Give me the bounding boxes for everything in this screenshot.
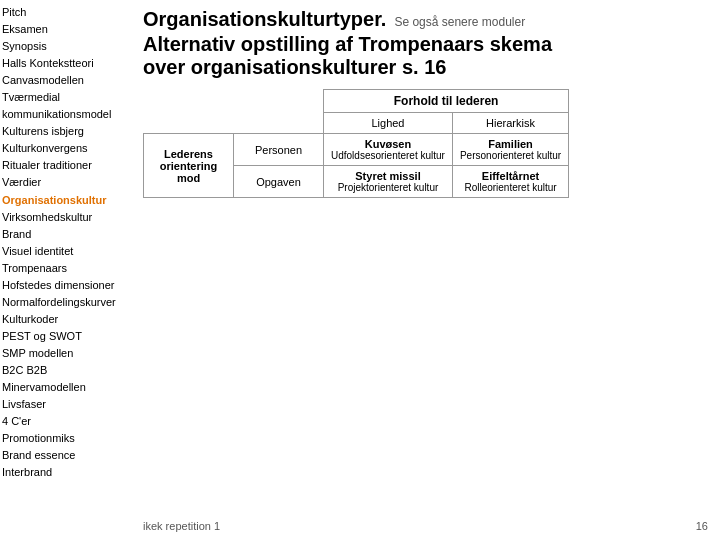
sidebar-item-15[interactable]: Trompenaars — [2, 260, 131, 277]
subtitle-line1: Alternativ opstilling af Trompenaars ske… — [143, 33, 552, 55]
sidebar-item-19[interactable]: PEST og SWOT — [2, 328, 131, 345]
cell-familien-sub: Personorienteret kultur — [460, 150, 561, 161]
sidebar-item-3[interactable]: Halls Kontekstteori — [2, 55, 131, 72]
footer-right: 16 — [696, 520, 708, 532]
cell-styret: Styret missil Projektorienteret kultur — [324, 166, 453, 198]
title-text: Organisationskulturtyper. — [143, 8, 386, 30]
sidebar-item-8[interactable]: Kulturkonvergens — [2, 140, 131, 157]
diagram-area: Forhold til lederen Lighed Hierarkisk Le… — [143, 89, 708, 516]
sidebar-item-12[interactable]: Virksomhedskultur — [2, 209, 131, 226]
sidebar-item-5[interactable]: Tværmedial — [2, 89, 131, 106]
sidebar-item-26[interactable]: Brand essence — [2, 447, 131, 464]
sidebar: PitchEksamenSynopsisHalls KontekstteoriC… — [0, 0, 135, 540]
row-main-label: Lederensorienteringmod — [144, 134, 234, 198]
sidebar-item-22[interactable]: Minervamodellen — [2, 379, 131, 396]
cell-styret-sub: Projektorienteret kultur — [331, 182, 445, 193]
page-subtitle: Alternativ opstilling af Trompenaars ske… — [143, 33, 708, 79]
cell-eiffel-sub: Rolleorienteret kultur — [460, 182, 561, 193]
sidebar-item-24[interactable]: 4 C'er — [2, 413, 131, 430]
cell-eiffel-title: Eiffeltårnet — [460, 170, 561, 182]
col-label-hierarkisk: Hierarkisk — [452, 113, 568, 134]
footer: ikek repetition 1 16 — [143, 516, 708, 532]
culture-table: Forhold til lederen Lighed Hierarkisk Le… — [143, 89, 569, 198]
row-label-personen: Personen — [234, 134, 324, 166]
main-content: Organisationskulturtyper.Se også senere … — [135, 0, 720, 540]
sidebar-item-21[interactable]: B2C B2B — [2, 362, 131, 379]
empty-corner-cell — [144, 90, 234, 134]
cell-eiffel: Eiffeltårnet Rolleorienteret kultur — [452, 166, 568, 198]
cell-styret-title: Styret missil — [331, 170, 445, 182]
sidebar-item-18[interactable]: Kulturkoder — [2, 311, 131, 328]
sidebar-item-0[interactable]: Pitch — [2, 4, 131, 21]
sidebar-item-13[interactable]: Brand — [2, 226, 131, 243]
table-top-header: Forhold til lederen — [324, 90, 569, 113]
sidebar-item-1[interactable]: Eksamen — [2, 21, 131, 38]
sidebar-item-4[interactable]: Canvasmodellen — [2, 72, 131, 89]
cell-kuv-sub: Udfoldsesorienteret kultur — [331, 150, 445, 161]
cell-kuv: Kuvøsen Udfoldsesorienteret kultur — [324, 134, 453, 166]
sidebar-item-27[interactable]: Interbrand — [2, 464, 131, 481]
sidebar-item-16[interactable]: Hofstedes dimensioner — [2, 277, 131, 294]
sidebar-item-6[interactable]: kommunikationsmodel — [2, 106, 131, 123]
sidebar-item-14[interactable]: Visuel identitet — [2, 243, 131, 260]
row-label-opgaven: Opgaven — [234, 166, 324, 198]
subtitle-line2: over organisationskulturer s. 16 — [143, 56, 446, 78]
title-note: Se også senere moduler — [394, 15, 525, 29]
page-title: Organisationskulturtyper.Se også senere … — [143, 8, 708, 31]
cell-familien-title: Familien — [460, 138, 561, 150]
footer-left: ikek repetition 1 — [143, 520, 220, 532]
sidebar-item-7[interactable]: Kulturens isbjerg — [2, 123, 131, 140]
sidebar-item-10[interactable]: Værdier — [2, 174, 131, 191]
sidebar-item-20[interactable]: SMP modellen — [2, 345, 131, 362]
cell-kuv-title: Kuvøsen — [331, 138, 445, 150]
sidebar-item-9[interactable]: Ritualer traditioner — [2, 157, 131, 174]
sidebar-item-11[interactable]: Organisationskultur — [2, 192, 131, 209]
sidebar-item-2[interactable]: Synopsis — [2, 38, 131, 55]
cell-familien: Familien Personorienteret kultur — [452, 134, 568, 166]
col-label-lighed: Lighed — [324, 113, 453, 134]
sidebar-item-25[interactable]: Promotionmiks — [2, 430, 131, 447]
sidebar-item-17[interactable]: Normalfordelingskurver — [2, 294, 131, 311]
empty-row-header-cell — [234, 90, 324, 134]
sidebar-item-23[interactable]: Livsfaser — [2, 396, 131, 413]
